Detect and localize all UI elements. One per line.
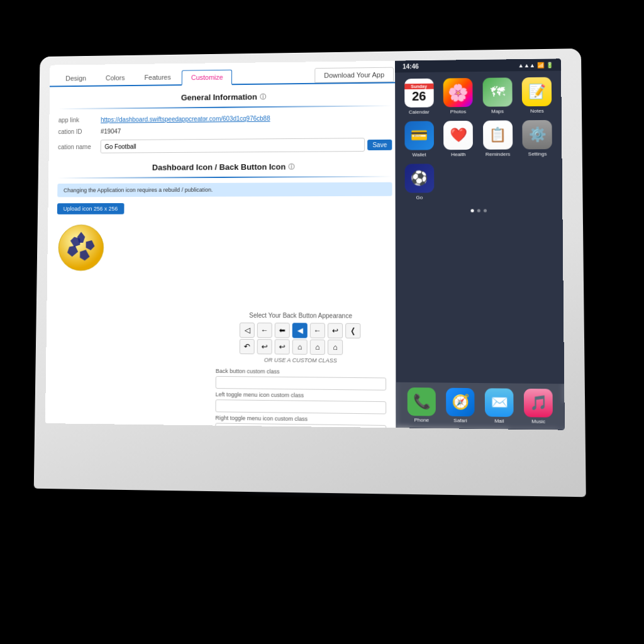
dock: 📞 Phone 🧭 Safari ✉️ Mail 🎵 Music	[396, 382, 565, 430]
tab-design[interactable]: Design	[57, 71, 95, 85]
arrow-btn-5[interactable]: ←	[310, 323, 325, 338]
applink-label: app link	[58, 116, 101, 123]
back-btn-selector: Select Your Back Button Appearance ◁ ← ⬅…	[212, 312, 389, 428]
name-label: cation name	[58, 143, 101, 150]
app-item-notes[interactable]: 📝 Notes	[520, 77, 553, 114]
app-item-photos[interactable]: 🌸 Photos	[441, 78, 475, 114]
signal-icon: ▲▲▲	[518, 62, 535, 68]
phone-panel: 14:46 ▲▲▲ 📶 🔋 Sunday 26	[395, 58, 565, 430]
calendar-day: 26	[412, 90, 426, 103]
right-toggle-label: Right toggle menu icon custom class	[215, 414, 386, 423]
dock-music-label: Music	[531, 418, 545, 425]
calendar-label: Calendar	[409, 109, 430, 115]
app-item-maps[interactable]: 🗺 Maps	[480, 77, 514, 114]
app-item-calendar[interactable]: Sunday 26 Calendar	[402, 79, 435, 115]
app-item-wallet[interactable]: 💳 Wallet	[402, 121, 435, 157]
arrow-btn-2[interactable]: ←	[257, 323, 272, 338]
app-item-go[interactable]: ⚽ Go	[403, 164, 436, 200]
tabs-bar: Design Colors Features Customize Downloa…	[50, 61, 401, 87]
upload-icon-button[interactable]: Upload icon 256 x 256	[57, 203, 124, 214]
icon-info-icon: ⓘ	[288, 162, 294, 171]
go-label: Go	[416, 195, 423, 201]
arrow-btn-6[interactable]: ↩	[328, 323, 343, 338]
arrow-btn-13[interactable]: ⌂	[328, 340, 343, 355]
notes-icon: 📝	[522, 77, 552, 107]
arrow-btn-12[interactable]: ⌂	[310, 340, 325, 355]
id-value: #19047	[101, 126, 392, 135]
maps-label: Maps	[491, 108, 504, 114]
wallet-icon: 💳	[404, 121, 434, 150]
applink-value: https://dashboard.swiftspeedappcreator.c…	[101, 114, 392, 123]
arrow-btn-9[interactable]: ↩	[257, 339, 272, 354]
or-custom-label: OR USE A CUSTOM CLASS	[213, 357, 389, 364]
field-row-name: cation name Save	[49, 135, 402, 156]
app-name-input[interactable]	[101, 138, 365, 153]
monitor: Design Colors Features Customize Downloa…	[31, 50, 579, 491]
dock-phone-icon: 📞	[408, 387, 436, 416]
health-icon: ❤️	[443, 121, 473, 150]
phone-status-icons: ▲▲▲ 📶 🔋	[518, 62, 553, 69]
reminders-icon: 📋	[483, 120, 513, 149]
arrow-btn-10[interactable]: ↩	[275, 339, 290, 354]
arrow-btn-7[interactable]: ❬	[345, 323, 360, 338]
dock-mail-label: Mail	[494, 418, 504, 424]
wifi-icon: 📶	[537, 62, 544, 68]
health-label: Health	[451, 152, 466, 157]
icon-section-title: Dashboard Icon / Back Button Icon ⓘ	[48, 162, 401, 173]
dashboard-panel: Design Colors Features Customize Downloa…	[45, 61, 402, 428]
icon-notice: Changing the Application icon requires a…	[57, 182, 392, 197]
dock-mail-icon: ✉️	[485, 388, 514, 417]
arrow-btn-3[interactable]: ⬅	[275, 323, 290, 338]
app-item-settings[interactable]: ⚙️ Settings	[521, 120, 554, 157]
settings-label: Settings	[528, 151, 547, 157]
dock-item-safari[interactable]: 🧭 Safari	[446, 388, 475, 424]
id-label: cation ID	[58, 128, 101, 135]
custom-class-section: Back button custom class Left toggle men…	[212, 368, 389, 428]
info-icon: ⓘ	[260, 92, 266, 101]
dock-item-music[interactable]: 🎵 Music	[524, 389, 553, 425]
tab-features[interactable]: Features	[136, 70, 180, 84]
settings-icon: ⚙️	[523, 120, 553, 150]
page-dot-1	[470, 209, 474, 212]
left-toggle-input[interactable]	[215, 399, 386, 414]
app-item-reminders[interactable]: 📋 Reminders	[481, 120, 514, 157]
back-custom-input[interactable]	[216, 376, 386, 391]
monitor-screen: Design Colors Features Customize Downloa…	[45, 58, 565, 430]
back-btn-title: Select Your Back Button Appearance	[213, 312, 389, 319]
back-custom-label: Back button custom class	[216, 368, 386, 376]
tab-customize[interactable]: Customize	[182, 69, 232, 85]
arrow-btn-1[interactable]: ◁	[240, 323, 255, 338]
arrow-grid: ◁ ← ⬅ ◀ ← ↩ ❬ ↶ ↩ ↩ ⌂ ⌂ ⌂	[213, 323, 389, 355]
svg-point-0	[58, 225, 104, 271]
dock-safari-label: Safari	[453, 418, 467, 424]
photos-label: Photos	[450, 109, 466, 114]
arrow-btn-4[interactable]: ◀	[292, 323, 308, 338]
phone-time: 14:46	[402, 63, 419, 70]
app-item-health[interactable]: ❤️ Health	[441, 121, 475, 157]
general-info-section: General Information ⓘ app link https://d…	[49, 91, 402, 156]
soccer-ball-icon	[57, 223, 106, 272]
reminders-label: Reminders	[486, 152, 511, 157]
dock-phone-label: Phone	[414, 417, 430, 423]
maps-icon: 🗺	[482, 77, 512, 106]
wallet-label: Wallet	[412, 152, 426, 157]
save-button[interactable]: Save	[367, 139, 392, 150]
notes-label: Notes	[530, 108, 544, 114]
dock-item-mail[interactable]: ✉️ Mail	[485, 388, 514, 424]
arrow-btn-11[interactable]: ⌂	[292, 340, 308, 355]
dock-music-icon: 🎵	[524, 389, 553, 418]
battery-icon: 🔋	[546, 62, 553, 68]
scene: Design Colors Features Customize Downloa…	[0, 0, 644, 644]
dock-item-phone[interactable]: 📞 Phone	[408, 387, 436, 423]
go-icon: ⚽	[404, 164, 434, 192]
dock-safari-icon: 🧭	[446, 388, 474, 417]
calendar-icon: Sunday 26	[404, 79, 434, 108]
tab-download[interactable]: Download Your App	[314, 67, 394, 83]
arrow-btn-8[interactable]: ↶	[240, 339, 255, 354]
general-info-title: General Information ⓘ	[50, 91, 402, 103]
page-dot-2	[477, 209, 480, 212]
icon-section: Dashboard Icon / Back Button Icon ⓘ Chan…	[47, 162, 402, 280]
section-divider-2	[58, 176, 392, 179]
tab-colors[interactable]: Colors	[97, 71, 133, 85]
calendar-month: Sunday	[404, 84, 433, 89]
